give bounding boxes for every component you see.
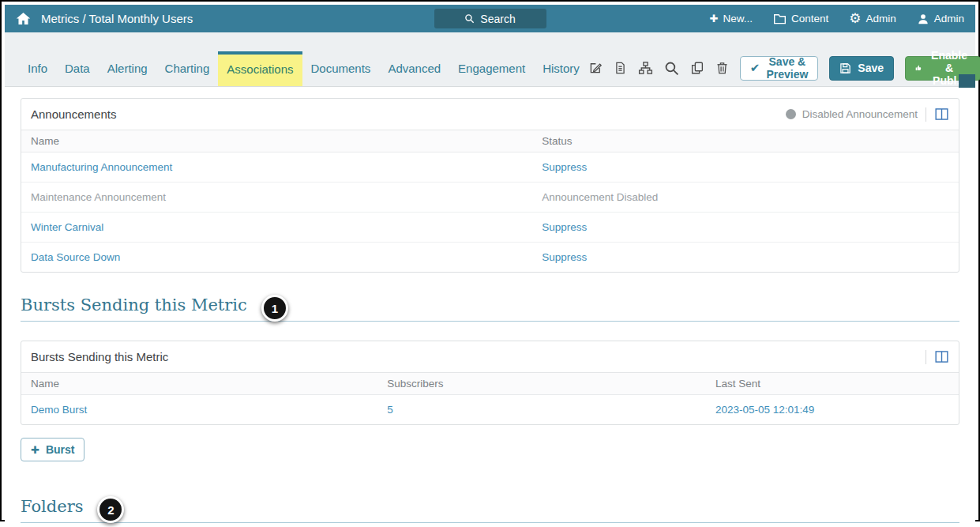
bursts-panel-header: Bursts Sending this Metric [21, 341, 959, 373]
toolbar: ✔ Save & Preview Save Enable & Publ... [588, 55, 980, 81]
announcement-name-cell: Maintenance Announcement [21, 183, 532, 213]
announcement-status-link[interactable]: Suppress [542, 221, 587, 233]
bursts-panel: Bursts Sending this Metric NameSubscribe… [21, 341, 959, 425]
callout-2: 2 [97, 496, 124, 523]
tab-documents[interactable]: Documents [302, 51, 380, 86]
vertical-scrollbar-thumb[interactable] [959, 74, 975, 88]
announcement-name-link[interactable]: Manufacturing Announcement [31, 161, 172, 173]
announcement-status-cell: Suppress [532, 243, 959, 273]
menu-item-user[interactable]: Admin [917, 13, 964, 25]
bursts-panel-title: Bursts Sending this Metric [31, 350, 168, 363]
burst-cell: 5 [377, 395, 706, 425]
plus-icon: ✚ [710, 13, 719, 24]
announcement-row: Winter CarnivalSuppress [21, 213, 959, 243]
announcements-panel-header-right: Disabled Announcement [786, 107, 949, 122]
announcement-status-cell: Announcement Disabled [532, 183, 959, 213]
menu-item-admin[interactable]: ⚙ Admin [849, 12, 896, 25]
add-burst-label: Burst [46, 443, 75, 456]
save-label: Save [858, 62, 884, 74]
folders-section-title: Folders [21, 497, 83, 516]
announcements-table: NameStatus Manufacturing AnnouncementSup… [21, 130, 959, 272]
copy-icon[interactable] [690, 61, 704, 75]
burst-cell: 2023-05-05 12:01:49 [706, 395, 959, 425]
announcement-row: Manufacturing AnnouncementSuppress [21, 152, 959, 183]
document-icon[interactable] [614, 61, 627, 75]
magnifier-icon[interactable] [664, 61, 679, 76]
column-header: Status [532, 130, 959, 152]
announcements-head-row: NameStatus [21, 130, 959, 152]
gear-icon: ⚙ [849, 12, 861, 25]
sitemap-icon[interactable] [638, 61, 653, 75]
tab-history[interactable]: History [534, 51, 588, 86]
tab-charting[interactable]: Charting [156, 51, 219, 86]
column-settings-icon[interactable] [934, 107, 949, 121]
add-burst-button[interactable]: ✚ Burst [21, 438, 84, 461]
plus-icon: ✚ [31, 445, 39, 455]
user-icon [917, 13, 929, 25]
menu-item-admin-label: Admin [865, 13, 896, 24]
top-right-menu: ✚ New... Content ⚙ Admin Admin [710, 12, 965, 25]
app-window: Metrics / Total Monthly Users Search ✚ N… [0, 0, 980, 521]
search-button[interactable]: Search [434, 9, 546, 28]
edit-icon[interactable] [588, 61, 603, 75]
announcement-status-link[interactable]: Suppress [542, 161, 587, 173]
announcement-status-link[interactable]: Suppress [542, 251, 587, 263]
bursts-section-heading: Bursts Sending this Metric 1 [21, 295, 959, 322]
thumbs-up-icon [915, 62, 922, 74]
announcement-status-cell: Suppress [532, 213, 959, 243]
search-icon [464, 13, 475, 24]
announcements-panel: Announcements Disabled Announcement Name… [21, 98, 959, 273]
announcement-row: Data Source DownSuppress [21, 243, 959, 273]
menu-item-user-label: Admin [934, 13, 964, 24]
announcement-name: Maintenance Announcement [31, 191, 166, 203]
tab-info[interactable]: Info [19, 51, 56, 86]
announcements-panel-title: Announcements [31, 107, 116, 121]
tab-list: InfoDataAlertingChartingAssociationsDocu… [19, 32, 588, 86]
save-button[interactable]: Save [829, 56, 894, 81]
tab-bar: InfoDataAlertingChartingAssociationsDocu… [5, 32, 975, 87]
column-header: Name [21, 130, 532, 152]
column-header: Last Sent [706, 373, 959, 395]
folder-icon [773, 13, 787, 24]
bursts-table: NameSubscribersLast Sent Demo Burst52023… [21, 373, 959, 424]
bursts-body: Demo Burst52023-05-05 12:01:49 [21, 395, 959, 425]
home-icon [16, 11, 31, 26]
disabled-legend-label: Disabled Announcement [802, 108, 918, 120]
announcement-name-link[interactable]: Winter Carnival [31, 221, 103, 233]
divider [926, 350, 926, 364]
tab-associations[interactable]: Associations [218, 51, 302, 86]
trash-icon[interactable] [715, 61, 729, 75]
tab-alerting[interactable]: Alerting [99, 51, 156, 86]
check-icon: ✔ [750, 61, 760, 75]
column-header: Name [21, 373, 377, 395]
announcement-name-cell: Winter Carnival [21, 213, 532, 243]
save-preview-button[interactable]: ✔ Save & Preview [740, 56, 819, 81]
menu-item-content-label: Content [791, 13, 828, 24]
save-preview-label: Save & Preview [766, 55, 808, 81]
disabled-dot-icon [786, 109, 796, 119]
disabled-announcement-legend: Disabled Announcement [786, 108, 918, 120]
burst-last-sent-link[interactable]: 2023-05-05 12:01:49 [715, 404, 814, 416]
column-settings-icon[interactable] [934, 350, 949, 363]
announcement-name-cell: Manufacturing Announcement [21, 152, 532, 183]
tab-data[interactable]: Data [56, 51, 99, 86]
menu-item-content[interactable]: Content [773, 13, 828, 24]
bursts-head-row: NameSubscribersLast Sent [21, 373, 959, 395]
tab-engagement[interactable]: Engagement [449, 51, 534, 86]
announcements-panel-header: Announcements Disabled Announcement [21, 99, 959, 130]
home-button[interactable] [16, 11, 31, 26]
announcement-status-cell: Suppress [532, 152, 959, 183]
burst-row: Demo Burst52023-05-05 12:01:49 [21, 395, 959, 425]
burst-subscribers-link[interactable]: 5 [387, 404, 393, 416]
divider [926, 107, 926, 122]
menu-item-new-label: New... [723, 13, 753, 24]
folders-section-heading: Folders 2 [21, 496, 959, 523]
main-content: Announcements Disabled Announcement Name… [5, 87, 975, 527]
tab-advanced[interactable]: Advanced [379, 51, 449, 86]
menu-item-new[interactable]: ✚ New... [710, 13, 753, 24]
burst-cell: Demo Burst [21, 395, 377, 425]
callout-1: 1 [261, 295, 288, 322]
burst-name-link[interactable]: Demo Burst [31, 404, 87, 416]
announcements-body: Manufacturing AnnouncementSuppressMainte… [21, 152, 959, 273]
announcement-name-link[interactable]: Data Source Down [31, 251, 120, 263]
